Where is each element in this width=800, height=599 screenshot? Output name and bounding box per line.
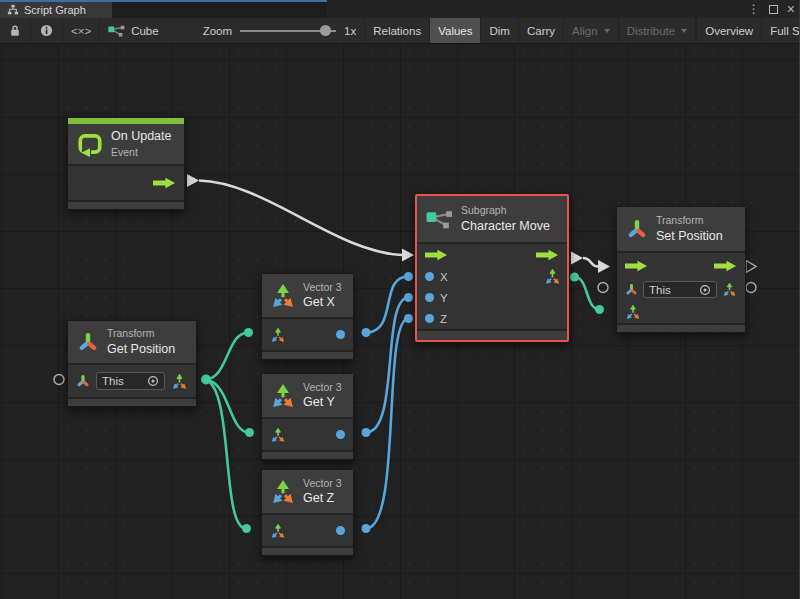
dropdown-caret-icon — [681, 29, 687, 33]
node-subtitle: Event — [111, 145, 171, 159]
carry-button[interactable]: Carry — [519, 18, 564, 43]
vector3-output-port[interactable] — [722, 282, 737, 297]
transform-input-port[interactable] — [625, 283, 638, 296]
zoom-control: Zoom 1x — [195, 18, 365, 43]
node-title: Get Position — [107, 341, 175, 358]
tab-label: Script Graph — [24, 4, 86, 16]
node-title: Character Move — [461, 218, 550, 235]
button-label: Dim — [489, 25, 509, 37]
overview-button[interactable]: Overview — [697, 18, 762, 43]
node-title: Get Y — [303, 394, 342, 411]
button-label: Overview — [705, 25, 753, 37]
node-get-z[interactable]: Vector 3 Get Z — [261, 469, 354, 556]
button-label: Align — [572, 25, 598, 37]
node-category: Vector 3 — [303, 380, 342, 394]
node-set-position[interactable]: Transform Set Position — [616, 206, 746, 333]
full-screen-button[interactable]: Full Screen — [762, 18, 800, 43]
lock-icon — [9, 24, 21, 37]
vector3-icon — [271, 384, 295, 408]
this-field[interactable]: This — [96, 372, 165, 390]
titlebar: Script Graph ⋮ × — [0, 0, 800, 18]
button-label: Relations — [373, 25, 421, 37]
lock-button[interactable] — [0, 18, 31, 43]
script-graph-window: Script Graph ⋮ × <×> — [0, 0, 800, 599]
node-get-position[interactable]: Transform Get Position This — [67, 320, 197, 407]
vector3-icon — [271, 284, 295, 308]
flow-output-port[interactable] — [536, 249, 559, 261]
value-output-port[interactable] — [336, 330, 345, 339]
code-view-button[interactable]: <×> — [63, 18, 100, 43]
relations-button[interactable]: Relations — [365, 18, 430, 43]
port-label-z: Z — [440, 313, 447, 325]
transform-icon — [77, 331, 99, 353]
button-label: Values — [438, 25, 472, 37]
zoom-value: 1x — [344, 25, 356, 37]
this-value: This — [102, 375, 124, 387]
subgraph-icon — [426, 209, 453, 230]
node-get-x[interactable]: Vector 3 Get X — [261, 273, 354, 360]
info-icon — [40, 24, 53, 37]
target-picker-icon[interactable] — [147, 375, 159, 387]
flow-output-port[interactable] — [153, 177, 176, 189]
vector3-output-port[interactable] — [544, 268, 561, 285]
close-icon[interactable]: × — [787, 2, 795, 16]
node-character-move[interactable]: Subgraph Character Move X Y — [415, 194, 569, 342]
align-dropdown[interactable]: Align — [564, 18, 619, 43]
port-label-y: Y — [440, 292, 448, 304]
target-picker-icon[interactable] — [699, 284, 711, 296]
toolbar: <×> Cube Zoom 1x Relations Values Dim Ca… — [0, 18, 800, 44]
graph-icon — [7, 4, 19, 16]
button-label: Carry — [527, 25, 555, 37]
button-label: Full Screen — [770, 25, 800, 37]
tab-script-graph[interactable]: Script Graph — [0, 2, 112, 18]
port-label-x: X — [440, 271, 448, 283]
value-output-port[interactable] — [336, 526, 345, 535]
node-on-update[interactable]: On Update Event — [67, 117, 185, 210]
zoom-slider[interactable] — [240, 30, 336, 32]
info-button[interactable] — [31, 18, 63, 43]
dim-button[interactable]: Dim — [481, 18, 518, 43]
node-category: Transform — [656, 213, 723, 227]
this-value: This — [649, 284, 671, 296]
flow-input-port[interactable] — [425, 249, 448, 261]
flow-input-port[interactable] — [625, 260, 648, 272]
vector3-output-port[interactable] — [171, 373, 188, 390]
transform-icon — [626, 218, 648, 240]
window-menu-icon[interactable]: ⋮ — [748, 3, 760, 15]
value-input-port-x[interactable] — [425, 272, 434, 281]
values-button[interactable]: Values — [430, 18, 481, 43]
flow-output-port[interactable] — [714, 260, 737, 272]
vector3-input-port[interactable] — [625, 304, 641, 320]
button-label: Distribute — [627, 25, 676, 37]
node-title: Get Z — [303, 490, 342, 507]
this-field[interactable]: This — [643, 281, 717, 298]
dropdown-caret-icon — [604, 29, 610, 33]
node-category: Subgraph — [461, 203, 550, 217]
value-output-port[interactable] — [336, 430, 345, 439]
transform-input-port[interactable] — [76, 374, 90, 388]
zoom-slider-handle[interactable] — [320, 25, 331, 36]
node-category: Vector 3 — [303, 476, 342, 490]
node-get-y[interactable]: Vector 3 Get Y — [261, 373, 354, 460]
graph-object-label: Cube — [131, 25, 159, 37]
subgraph-icon — [108, 24, 125, 38]
code-icon: <×> — [71, 25, 91, 37]
node-category: Vector 3 — [303, 280, 342, 294]
value-input-port-z[interactable] — [425, 314, 434, 323]
node-category: Transform — [107, 326, 175, 340]
node-title: On Update — [111, 128, 171, 145]
vector3-input-port[interactable] — [270, 327, 286, 343]
distribute-dropdown[interactable]: Distribute — [619, 18, 697, 43]
vector3-input-port[interactable] — [270, 427, 286, 443]
node-title: Get X — [303, 294, 342, 311]
graph-object-button[interactable]: Cube — [100, 18, 167, 43]
node-title: Set Position — [656, 228, 723, 245]
vector3-input-port[interactable] — [270, 523, 286, 539]
zoom-label: Zoom — [203, 25, 232, 37]
maximize-icon[interactable] — [769, 5, 778, 14]
loop-event-icon — [77, 131, 103, 157]
value-input-port-y[interactable] — [425, 293, 434, 302]
vector3-icon — [271, 480, 295, 504]
